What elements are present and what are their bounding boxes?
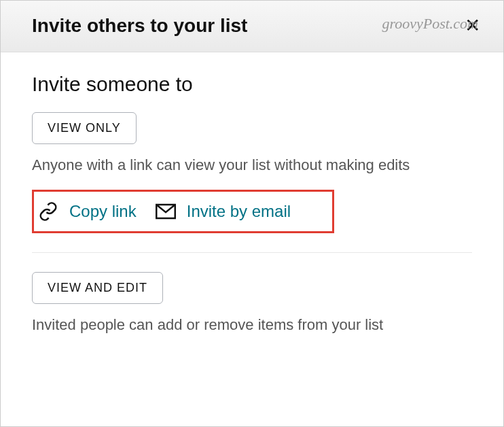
invite-email-action[interactable]: Invite by email: [156, 202, 291, 221]
view-and-edit-button[interactable]: VIEW AND EDIT: [32, 272, 163, 304]
view-only-description: Anyone with a link can view your list wi…: [32, 155, 472, 176]
view-only-button[interactable]: VIEW ONLY: [32, 112, 137, 144]
view-edit-description: Invited people can add or remove items f…: [32, 315, 472, 336]
share-actions-row: Copy link Invite by email: [32, 190, 334, 233]
close-button[interactable]: ✕: [461, 14, 484, 37]
section-divider: [32, 252, 472, 253]
close-icon: ✕: [465, 14, 480, 37]
dialog-content: Invite someone to VIEW ONLY Anyone with …: [1, 52, 503, 370]
link-icon: [38, 201, 58, 222]
dialog-title: Invite others to your list: [32, 15, 247, 37]
section-title: Invite someone to: [32, 73, 472, 96]
email-icon: [156, 203, 176, 220]
copy-link-label: Copy link: [69, 202, 137, 221]
invite-email-label: Invite by email: [187, 202, 291, 221]
copy-link-action[interactable]: Copy link: [38, 201, 137, 222]
dialog-header: Invite others to your list ✕: [1, 1, 503, 52]
